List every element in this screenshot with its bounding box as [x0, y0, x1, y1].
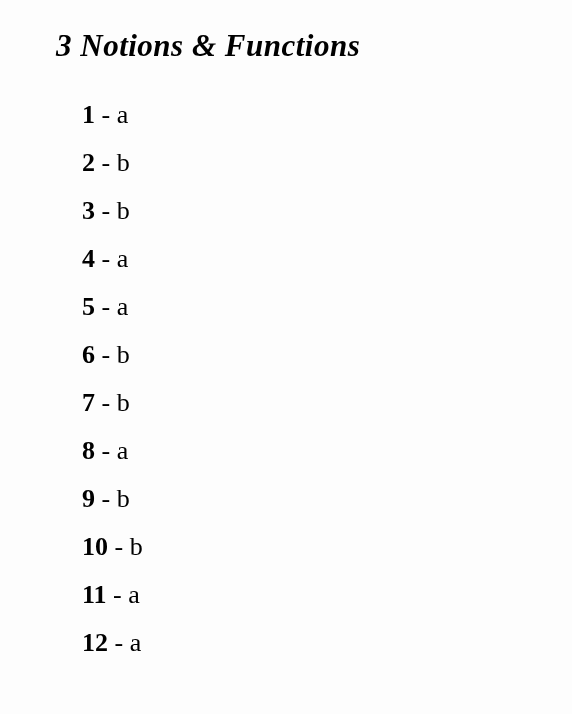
- answer-number: 4: [82, 244, 95, 273]
- answer-list: 1 - a 2 - b 3 - b 4 - a 5 - a 6 - b 7 - …: [56, 102, 572, 656]
- answer-item: 4 - a: [82, 246, 572, 272]
- answer-number: 5: [82, 292, 95, 321]
- answer-number: 3: [82, 196, 95, 225]
- answer-value: a: [117, 292, 129, 321]
- answer-number: 1: [82, 100, 95, 129]
- answer-value: a: [117, 244, 129, 273]
- answer-number: 11: [82, 580, 107, 609]
- answer-value: b: [130, 532, 143, 561]
- answer-item: 5 - a: [82, 294, 572, 320]
- answer-separator: -: [95, 292, 117, 321]
- answer-number: 9: [82, 484, 95, 513]
- answer-number: 2: [82, 148, 95, 177]
- answer-value: b: [117, 340, 130, 369]
- answer-separator: -: [95, 100, 117, 129]
- answer-value: b: [117, 196, 130, 225]
- answer-item: 10 - b: [82, 534, 572, 560]
- answer-separator: -: [95, 436, 117, 465]
- answer-separator: -: [95, 196, 117, 225]
- answer-number: 7: [82, 388, 95, 417]
- answer-value: a: [117, 436, 129, 465]
- answer-number: 12: [82, 628, 108, 657]
- answer-number: 10: [82, 532, 108, 561]
- answer-value: a: [117, 100, 129, 129]
- answer-value: b: [117, 484, 130, 513]
- answer-value: a: [130, 628, 142, 657]
- answer-separator: -: [107, 580, 129, 609]
- answer-item: 8 - a: [82, 438, 572, 464]
- answer-item: 7 - b: [82, 390, 572, 416]
- answer-separator: -: [95, 484, 117, 513]
- answer-separator: -: [95, 340, 117, 369]
- answer-value: a: [128, 580, 140, 609]
- answer-item: 11 - a: [82, 582, 572, 608]
- answer-value: b: [117, 388, 130, 417]
- answer-separator: -: [95, 148, 117, 177]
- answer-item: 1 - a: [82, 102, 572, 128]
- answer-number: 6: [82, 340, 95, 369]
- answer-separator: -: [95, 244, 117, 273]
- section-title: 3 Notions & Functions: [56, 28, 572, 64]
- answer-separator: -: [108, 532, 130, 561]
- answer-item: 9 - b: [82, 486, 572, 512]
- answer-item: 2 - b: [82, 150, 572, 176]
- answer-value: b: [117, 148, 130, 177]
- answer-separator: -: [108, 628, 130, 657]
- answer-separator: -: [95, 388, 117, 417]
- answer-number: 8: [82, 436, 95, 465]
- answer-item: 12 - a: [82, 630, 572, 656]
- answer-item: 6 - b: [82, 342, 572, 368]
- answer-item: 3 - b: [82, 198, 572, 224]
